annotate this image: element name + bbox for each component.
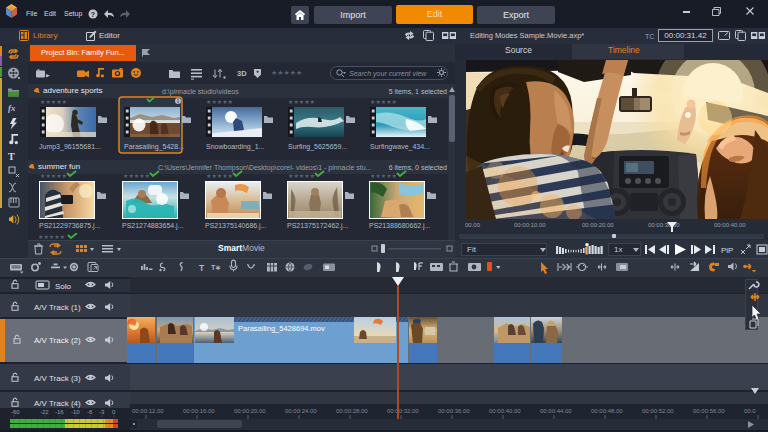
svg-text:★★★★★: ★★★★★	[40, 99, 67, 105]
svg-text:PS21375172462.j...: PS21375172462.j...	[287, 222, 349, 230]
svg-text:★★★★★: ★★★★★	[123, 173, 150, 179]
svg-text:A/V Track (1): A/V Track (1)	[34, 303, 81, 312]
svg-text:fx: fx	[8, 103, 16, 113]
svg-text:3D: 3D	[237, 69, 247, 78]
svg-text:T: T	[199, 263, 205, 273]
svg-text:Parasailing_5428...: Parasailing_5428...	[124, 143, 184, 151]
svg-text:PS21375140686.j...: PS21375140686.j...	[205, 222, 267, 230]
svg-text:00:00:40.00: 00:00:40.00	[489, 408, 521, 414]
svg-text:0: 0	[112, 409, 116, 415]
svg-text:Solo: Solo	[55, 282, 72, 291]
svg-text:-10: -10	[71, 409, 80, 415]
svg-text:★★★★★: ★★★★★	[206, 99, 233, 105]
svg-text:Surfing_5625659...: Surfing_5625659...	[288, 143, 347, 151]
svg-text:-16: -16	[55, 409, 64, 415]
svg-text:00:00:52.00: 00:00:52.00	[642, 408, 674, 414]
svg-text:-6: -6	[87, 409, 93, 415]
svg-text:00:00:20.00: 00:00:20.00	[234, 408, 266, 414]
svg-text:00:00:28.00: 00:00:28.00	[336, 408, 368, 414]
svg-text:★★★★★: ★★★★★	[271, 69, 302, 76]
svg-text:00:00:48.00: 00:00:48.00	[591, 408, 623, 414]
svg-text:A/V Track (3): A/V Track (3)	[34, 374, 81, 383]
svg-text:PiP: PiP	[721, 246, 733, 255]
svg-text:Surfingwave_434...: Surfingwave_434...	[370, 143, 430, 151]
svg-text:00:00:44.00: 00:00:44.00	[540, 408, 572, 414]
svg-text:★★★★★: ★★★★★	[370, 99, 397, 105]
svg-text:A/V Track (2): A/V Track (2)	[34, 336, 81, 345]
svg-text:★★★★★: ★★★★★	[40, 173, 67, 179]
svg-text:Jump3_96155681...: Jump3_96155681...	[39, 143, 101, 151]
svg-text:PS21274883654.j...: PS21274883654.j...	[122, 222, 184, 230]
svg-text:00:00:56.00: 00:00:56.00	[693, 408, 725, 414]
svg-text:T∗: T∗	[211, 264, 221, 271]
svg-text:-22: -22	[40, 409, 49, 415]
svg-text:00:0: 00:0	[744, 408, 756, 414]
svg-text:★★★★★: ★★★★★	[288, 173, 315, 179]
svg-text:00:00:12.00: 00:00:12.00	[132, 408, 164, 414]
svg-text:T: T	[8, 151, 15, 162]
svg-text:★★★★★: ★★★★★	[288, 99, 315, 105]
svg-text:PS21388680662.j...: PS21388680662.j...	[369, 222, 431, 230]
svg-text:00:00:32.00: 00:00:32.00	[387, 408, 419, 414]
svg-text:Snowboarding_1...: Snowboarding_1...	[206, 143, 264, 151]
svg-text:00:00:24.00: 00:00:24.00	[285, 408, 317, 414]
svg-text:★★★★★: ★★★★★	[370, 173, 397, 179]
svg-text:-60: -60	[11, 409, 20, 415]
svg-text:00:00:36.00: 00:00:36.00	[438, 408, 470, 414]
svg-text:PS21229736875.j...: PS21229736875.j...	[39, 222, 101, 230]
svg-text:-3: -3	[99, 409, 105, 415]
svg-text:★★★★★: ★★★★★	[206, 173, 233, 179]
svg-text:00:00:16.00: 00:00:16.00	[183, 408, 215, 414]
svg-text:Parasailing_5428694.mov: Parasailing_5428694.mov	[238, 324, 325, 333]
svg-text:?: ?	[91, 11, 95, 18]
